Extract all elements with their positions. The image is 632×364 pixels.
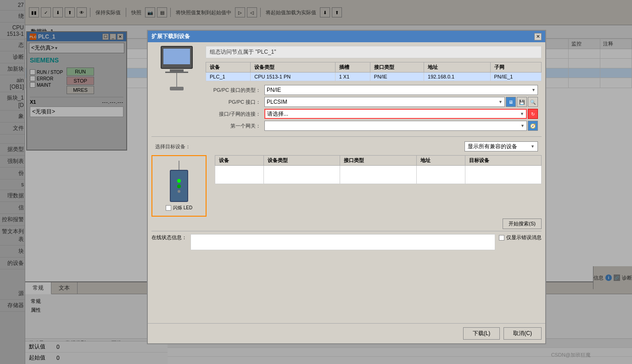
- online-status-label: 在线状态信息：: [151, 234, 187, 241]
- flash-led-row: 闪烁 LED: [166, 205, 192, 211]
- gateway-refresh-btn[interactable]: 🧭: [528, 121, 538, 131]
- dev-col-type: 设备类型: [251, 62, 335, 73]
- tgt-col-type: 设备类型: [264, 156, 340, 166]
- modal-top-section: 组态访问节点属于 "PLC_1" 设备 设备类型 插槽 接口类型 地址 子网: [151, 46, 542, 133]
- subnet-select[interactable]: 请选择... ▼: [264, 109, 527, 119]
- plc-led-green: [177, 179, 181, 183]
- only-errors-label: 仅显示错误消息: [506, 234, 542, 241]
- only-errors-checkbox[interactable]: [499, 235, 504, 241]
- tgt-col-interface: 接口类型: [340, 156, 416, 166]
- show-compatible-select[interactable]: 显示所有兼容的设备 ▼: [464, 141, 538, 151]
- tgt-col-address: 地址: [416, 156, 465, 166]
- dev-type: CPU 1513-1 PN: [251, 73, 335, 81]
- search-row: 开始搜索(S): [151, 218, 542, 229]
- status-layout: 在线状态信息： 仅显示错误消息: [151, 234, 542, 250]
- dev-col-device: 设备: [206, 62, 251, 73]
- plc-device-icon: [170, 170, 188, 202]
- pgpc-refresh-btn-3[interactable]: 🔍: [528, 97, 538, 107]
- compat-arrow: ▼: [531, 144, 535, 149]
- tgt-col-device: 设备: [215, 156, 264, 166]
- pgpc-interface-row: PG/PC 接口： PLCSIM ▼ 🖥 💾 🔍: [206, 97, 542, 107]
- pgpc-if-arrow: ▼: [498, 100, 503, 104]
- dev-device: PLC_1: [206, 73, 251, 81]
- tgt-col-target: 目标设备: [465, 156, 541, 166]
- pgpc-refresh-btn-2[interactable]: 💾: [517, 97, 527, 107]
- dev-col-address: 地址: [424, 62, 490, 73]
- modal-close-btn[interactable]: ✕: [534, 33, 542, 40]
- pgpc-type-label: PG/PC 接口的类型：: [209, 87, 264, 94]
- download-btn[interactable]: 下载(L): [463, 327, 500, 340]
- target-empty-row: [215, 166, 542, 184]
- modal-title: 扩展下载到设备: [151, 33, 190, 40]
- subnet-arrow: ▼: [520, 112, 524, 116]
- cable-line: [176, 73, 177, 87]
- plc-illustration-container: 闪烁 LED: [151, 155, 211, 217]
- flash-led-checkbox[interactable]: [166, 205, 171, 211]
- only-errors-row: 仅显示错误消息: [499, 234, 542, 241]
- subnet-label: 接口/子网的连接：: [209, 111, 264, 118]
- online-status-section: 在线状态信息： 仅显示错误消息: [151, 231, 542, 250]
- gateway-label: 第一个网关：: [209, 123, 264, 129]
- target-table-container: 设备 设备类型 接口类型 地址 目标设备: [215, 155, 542, 217]
- modal-actions: 下载(L) 取消(C): [148, 323, 545, 343]
- extend-download-modal: 扩展下载到设备 ✕ 组态访问节点属于 "PLC_1": [147, 30, 546, 344]
- pgpc-type-arrow: ▼: [531, 88, 536, 92]
- plc-orange-box: 闪烁 LED: [151, 155, 207, 217]
- online-status-area: [190, 234, 495, 250]
- target-layout: 闪烁 LED 设备 设备类型 接口类型 地址 目标设备: [151, 155, 542, 217]
- gateway-arrow: ▼: [520, 123, 525, 128]
- subnet-row: 接口/子网的连接： 请选择... ▼ ↻: [206, 109, 542, 119]
- device-row[interactable]: PLC_1 CPU 1513-1 PN 1 X1 PN/IE 192.168.0…: [206, 73, 542, 81]
- form-fields: PG/PC 接口的类型： PN/IE ▼ PG/PC 接口： PLCSIM ▼: [206, 85, 542, 131]
- monitor-icon: [161, 46, 193, 69]
- modal-body: 组态访问节点属于 "PLC_1" 设备 设备类型 插槽 接口类型 地址 子网: [148, 42, 545, 323]
- target-device-table: 设备 设备类型 接口类型 地址 目标设备: [215, 155, 542, 184]
- pgpc-type-select[interactable]: PN/IE ▼: [264, 85, 538, 95]
- plc-led-gray: [178, 190, 180, 193]
- pgpc-type-row: PG/PC 接口的类型： PN/IE ▼: [206, 85, 542, 95]
- flash-led-label: 闪烁 LED: [173, 205, 192, 211]
- modal-right-section: 组态访问节点属于 "PLC_1" 设备 设备类型 插槽 接口类型 地址 子网: [206, 46, 542, 133]
- dev-slot: 1 X1: [335, 73, 370, 81]
- search-btn[interactable]: 开始搜索(S): [503, 218, 542, 229]
- dev-col-subnet: 子网: [490, 62, 541, 73]
- pgpc-interface-select[interactable]: PLCSIM ▼: [264, 97, 505, 107]
- dev-interface: PN/IE: [370, 73, 424, 81]
- dev-col-interface: 接口类型: [370, 62, 424, 73]
- target-header: 选择目标设备： 显示所有兼容的设备 ▼: [151, 140, 542, 153]
- gateway-select[interactable]: ▼: [264, 121, 527, 131]
- plc-led-green2: [177, 185, 181, 188]
- dev-subnet: PN/IE_1: [490, 73, 541, 81]
- subnet-refresh-btn[interactable]: ↻: [528, 109, 538, 119]
- pc-illustration: [151, 46, 202, 133]
- target-label: 选择目标设备：: [155, 143, 190, 150]
- target-section: 选择目标设备： 显示所有兼容的设备 ▼: [151, 136, 542, 217]
- action-buttons: 下载(L) 取消(C): [151, 327, 542, 340]
- pgpc-refresh-btn-1[interactable]: 🖥: [506, 97, 516, 107]
- device-table: 设备 设备类型 插槽 接口类型 地址 子网 PLC_1 CPU 1513-1 P…: [206, 62, 542, 81]
- cancel-btn[interactable]: 取消(C): [503, 327, 542, 340]
- dev-col-slot: 插槽: [335, 62, 370, 73]
- plc-cable-top: [179, 161, 179, 170]
- dev-address: 192.168.0.1: [424, 73, 490, 81]
- target-controls: 显示所有兼容的设备 ▼: [464, 141, 538, 151]
- gateway-row: 第一个网关： ▼ 🧭: [206, 121, 542, 131]
- cable-base: [170, 87, 184, 90]
- modal-titlebar: 扩展下载到设备 ✕: [148, 31, 545, 42]
- modal-subtitle: 组态访问节点属于 "PLC_1": [206, 46, 542, 58]
- pgpc-interface-label: PG/PC 接口：: [209, 99, 264, 106]
